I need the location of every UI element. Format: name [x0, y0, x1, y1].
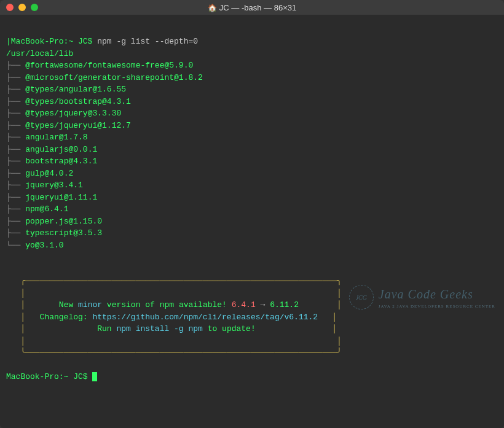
tree-mark: └── [6, 241, 25, 250]
tree-mark: ├── [6, 204, 25, 214]
command-text: npm -g list --depth=0 [97, 37, 198, 46]
tree-mark: ├── [6, 109, 25, 118]
watermark: JCG Java Code Geeks JAVA 2 JAVA DEVELOPE… [349, 285, 495, 310]
tree-mark: ├── [6, 193, 25, 202]
list-item: ├── jquery@3.4.1 [6, 179, 498, 192]
watermark-logo: JCG [349, 285, 374, 309]
tree-mark: ├── [6, 181, 25, 190]
tree-mark: ├── [6, 61, 25, 70]
tree-mark: ├── [6, 97, 25, 106]
blank [6, 359, 498, 372]
notice-line-2: │ Changelog: https://github.com/npm/cli/… [6, 311, 498, 324]
home-icon: 🏠 [208, 4, 217, 12]
list-item: ├── npm@6.4.1 [6, 203, 498, 216]
tree-mark: ├── [6, 169, 25, 178]
package-name: jquery@3.4.1 [25, 181, 83, 190]
list-item: ├── angularjs@0.0.1 [6, 144, 498, 156]
list-item: ├── @types/jquery@3.3.30 [6, 107, 498, 120]
package-name: npm@6.4.1 [25, 204, 68, 214]
terminal-window: 🏠JC — -bash — 86×31 |MacBook-Pro:~ JC$ n… [0, 0, 504, 428]
package-name: angularjs@0.0.1 [25, 145, 97, 154]
watermark-main: Java Code Geeks [379, 285, 495, 303]
package-name: angular@1.7.8 [25, 133, 87, 142]
tree-mark: ├── [6, 121, 25, 130]
box-pad: │ │ [6, 335, 498, 348]
tree-mark: ├── [6, 145, 25, 154]
list-item: ├── @types/jqueryui@1.12.7 [6, 120, 498, 132]
prompt-prefix: MacBook-Pro:~ JC$ [6, 372, 92, 381]
list-item: ├── jqueryui@1.11.1 [6, 192, 498, 204]
package-name: gulp@4.0.2 [25, 169, 73, 178]
package-name: jqueryui@1.11.1 [25, 193, 97, 202]
tree-mark: ├── [6, 133, 25, 142]
package-name: typescript@3.5.3 [25, 228, 102, 238]
package-name: popper.js@1.15.0 [25, 217, 102, 226]
package-list: ├── @fortawesome/fontawesome-free@5.9.0├… [6, 60, 498, 251]
watermark-sub: JAVA 2 JAVA DEVELOPERS RESOURCE CENTER [379, 303, 495, 310]
terminal-body[interactable]: |MacBook-Pro:~ JC$ npm -g list --depth=0… [0, 15, 504, 428]
list-item: └── yo@3.1.0 [6, 239, 498, 252]
package-name: bootstrap@4.3.1 [25, 157, 97, 166]
window-title: 🏠JC — -bash — 86×31 [0, 3, 504, 12]
close-icon[interactable] [6, 4, 14, 11]
notice-line-3: │ Run npm install -g npm to update! │ [6, 323, 498, 335]
tree-mark: ├── [6, 217, 25, 226]
list-item: ├── typescript@3.5.3 [6, 227, 498, 239]
maximize-icon[interactable] [31, 4, 38, 11]
list-item: ├── popper.js@1.15.0 [6, 216, 498, 228]
list-item: ├── bootstrap@4.3.1 [6, 155, 498, 168]
prompt-line: |MacBook-Pro:~ JC$ npm -g list --depth=0 [6, 36, 498, 48]
box-bottom: ╰───────────────────────────────────────… [6, 347, 498, 359]
root-path: /usr/local/lib [6, 48, 498, 60]
package-name: @types/angular@1.6.55 [25, 85, 126, 94]
blank [6, 251, 498, 263]
package-name: @microsoft/generator-sharepoint@1.8.2 [25, 73, 203, 82]
package-name: @types/bootstrap@4.3.1 [25, 97, 131, 106]
window-title-text: JC — -bash — 86×31 [219, 3, 296, 12]
minimize-icon[interactable] [18, 4, 26, 11]
blank [6, 263, 498, 276]
prompt-prefix: |MacBook-Pro:~ JC$ [6, 37, 97, 46]
package-name: yo@3.1.0 [25, 241, 63, 250]
list-item: ├── gulp@4.0.2 [6, 168, 498, 180]
list-item: ├── @types/angular@1.6.55 [6, 84, 498, 96]
package-name: @types/jqueryui@1.12.7 [25, 121, 131, 130]
tree-mark: ├── [6, 85, 25, 94]
package-name: @fortawesome/fontawesome-free@5.9.0 [25, 61, 193, 70]
titlebar[interactable]: 🏠JC — -bash — 86×31 [0, 0, 504, 15]
traffic-lights [0, 4, 38, 11]
list-item: ├── @microsoft/generator-sharepoint@1.8.… [6, 72, 498, 84]
list-item: ├── @types/bootstrap@4.3.1 [6, 96, 498, 108]
tree-mark: ├── [6, 73, 25, 82]
package-name: @types/jquery@3.3.30 [25, 109, 121, 118]
list-item: ├── angular@1.7.8 [6, 131, 498, 144]
prompt-line-2: MacBook-Pro:~ JC$ [6, 371, 498, 383]
list-item: ├── @fortawesome/fontawesome-free@5.9.0 [6, 60, 498, 72]
tree-mark: ├── [6, 228, 25, 238]
tree-mark: ├── [6, 157, 25, 166]
cursor [92, 372, 97, 381]
